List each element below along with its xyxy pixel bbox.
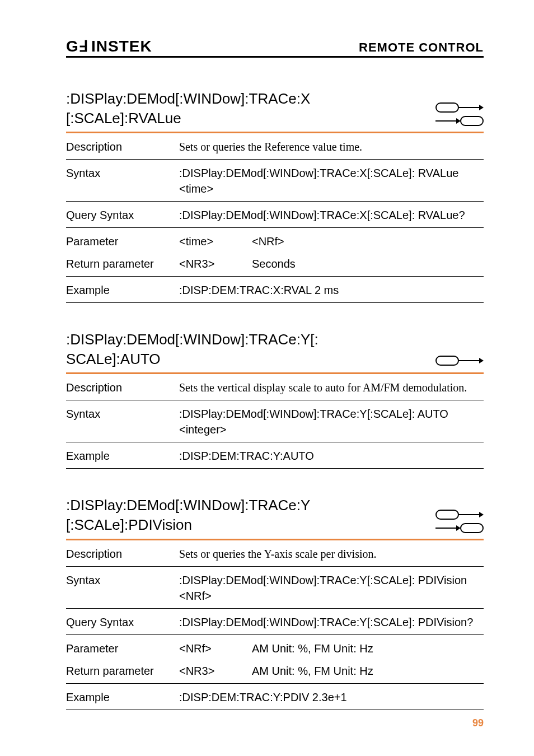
spec-label: Description (66, 139, 179, 155)
command-title-row: :DISPlay:DEMod[:WINDow]:TRACe:Y [:SCALe]… (66, 496, 484, 540)
svg-rect-9 (436, 356, 458, 365)
spec-col1: <NRf> (179, 641, 252, 656)
spec-row: Example :DISP:DEM:TRAC:X:RVAL 2 ms (66, 277, 484, 303)
spec-label: Syntax (66, 406, 179, 422)
command-title-row: :DISPlay:DEMod[:WINDow]:TRACe:Y[: SCALe]… (66, 330, 484, 374)
command-title-row: :DISPlay:DEMod[:WINDow]:TRACe:X [:SCALe]… (66, 89, 484, 133)
spec-value: Sets the vertical display scale to auto … (179, 380, 484, 395)
spec-label: Query Syntax (66, 207, 179, 223)
spec-row: Return parameter <NR3> AM Unit: %, FM Un… (66, 657, 484, 684)
spec-label: Query Syntax (66, 614, 179, 630)
spec-label: Example (66, 689, 179, 705)
spec-row: Description Sets or queries the Y-axis s… (66, 540, 484, 567)
spec-label: Example (66, 448, 179, 464)
command-title-line2: [:SCALe]:PDIVision (66, 516, 192, 533)
svg-rect-12 (436, 510, 458, 519)
spec-label: Syntax (66, 165, 179, 181)
query-icon (435, 115, 484, 127)
spec-col2: AM Unit: %, FM Unit: Hz (252, 641, 484, 656)
command-title-line1: :DISPlay:DEMod[:WINDow]:TRACe:X (66, 90, 310, 107)
spec-label: Example (66, 282, 179, 298)
command-title: :DISPlay:DEMod[:WINDow]:TRACe:Y [:SCALe]… (66, 496, 310, 535)
svg-text:߃: ߃ (78, 38, 88, 55)
svg-text:INSTEK: INSTEK (91, 38, 152, 55)
header-section-title: REMOTE CONTROL (359, 40, 484, 55)
spec-value: :DISP:DEM:TRAC:Y:PDIV 2.3e+1 (179, 689, 484, 705)
spec-col2: Seconds (252, 256, 484, 272)
set-icon (435, 101, 484, 114)
spec-value: Sets or queries the Reference value time… (179, 139, 484, 155)
svg-rect-3 (436, 103, 458, 112)
spec-row: Syntax :DISPlay:DEMod[:WINDow]:TRACe:X[:… (66, 160, 484, 202)
spec-label: Return parameter (66, 663, 179, 679)
svg-text:G: G (66, 38, 78, 55)
spec-value: Sets or queries the Y-axis scale per div… (179, 546, 484, 562)
page-number: 99 (472, 717, 484, 729)
spec-col2: AM Unit: %, FM Unit: Hz (252, 663, 484, 679)
spec-label: Description (66, 546, 179, 562)
spec-value: :DISPlay:DEMod[:WINDow]:TRACe:Y[:SCALe]:… (179, 572, 484, 604)
spec-row: Example :DISP:DEM:TRAC:Y:PDIV 2.3e+1 (66, 684, 484, 710)
svg-marker-5 (479, 105, 484, 110)
spec-row: Query Syntax :DISPlay:DEMod[:WINDow]:TRA… (66, 202, 484, 228)
spec-value: :DISPlay:DEMod[:WINDow]:TRACe:X[:SCALe]:… (179, 165, 484, 197)
svg-marker-16 (456, 525, 461, 531)
page-header: G ߃ INSTEK REMOTE CONTROL (66, 38, 484, 58)
spec-col2: <NRf> (252, 234, 484, 249)
spec-row: Syntax :DISPlay:DEMod[:WINDow]:TRACe:Y[:… (66, 400, 484, 442)
spec-value: :DISPlay:DEMod[:WINDow]:TRACe:Y[:SCALe]:… (179, 406, 484, 437)
spec-label: Parameter (66, 234, 179, 249)
spec-row: Parameter <NRf> AM Unit: %, FM Unit: Hz (66, 635, 484, 657)
command-title-line1: :DISPlay:DEMod[:WINDow]:TRACe:Y (66, 497, 310, 514)
command-section: :DISPlay:DEMod[:WINDow]:TRACe:Y[: SCALe]… (66, 330, 484, 469)
spec-value: :DISP:DEM:TRAC:Y:AUTO (179, 448, 484, 464)
spec-value: :DISP:DEM:TRAC:X:RVAL 2 ms (179, 282, 484, 298)
set-icon (435, 354, 484, 367)
svg-marker-11 (479, 358, 484, 363)
set-icon (435, 508, 484, 521)
spec-row: Description Sets or queries the Referenc… (66, 133, 484, 160)
svg-marker-14 (479, 512, 484, 517)
command-section: :DISPlay:DEMod[:WINDow]:TRACe:Y [:SCALe]… (66, 496, 484, 710)
svg-marker-7 (456, 118, 461, 124)
spec-value: :DISPlay:DEMod[:WINDow]:TRACe:X[:SCALe]:… (179, 207, 484, 223)
command-section: :DISPlay:DEMod[:WINDow]:TRACe:X [:SCALe]… (66, 89, 484, 303)
svg-rect-17 (461, 524, 483, 533)
command-title: :DISPlay:DEMod[:WINDow]:TRACe:Y[: SCALe]… (66, 330, 318, 369)
spec-row: Description Sets the vertical display sc… (66, 374, 484, 400)
spec-label: Parameter (66, 641, 179, 656)
command-title-line2: [:SCALe]:RVALue (66, 110, 181, 127)
spec-col1: <NR3> (179, 663, 252, 679)
spec-label: Description (66, 380, 179, 395)
brand-logo: G ߃ INSTEK (66, 38, 161, 55)
query-icon (435, 522, 484, 534)
spec-row: Query Syntax :DISPlay:DEMod[:WINDow]:TRA… (66, 609, 484, 635)
command-title-line1: :DISPlay:DEMod[:WINDow]:TRACe:Y[: (66, 331, 318, 348)
spec-row: Parameter <time> <NRf> (66, 228, 484, 250)
spec-label: Return parameter (66, 256, 179, 272)
spec-col1: <NR3> (179, 256, 252, 272)
command-title: :DISPlay:DEMod[:WINDow]:TRACe:X [:SCALe]… (66, 89, 310, 128)
spec-row: Example :DISP:DEM:TRAC:Y:AUTO (66, 442, 484, 469)
svg-rect-8 (461, 116, 483, 125)
spec-row: Return parameter <NR3> Seconds (66, 250, 484, 277)
command-title-line2: SCALe]:AUTO (66, 351, 161, 367)
spec-value: :DISPlay:DEMod[:WINDow]:TRACe:Y[:SCALe]:… (179, 614, 484, 630)
spec-row: Syntax :DISPlay:DEMod[:WINDow]:TRACe:Y[:… (66, 567, 484, 609)
spec-label: Syntax (66, 572, 179, 588)
spec-col1: <time> (179, 234, 252, 249)
